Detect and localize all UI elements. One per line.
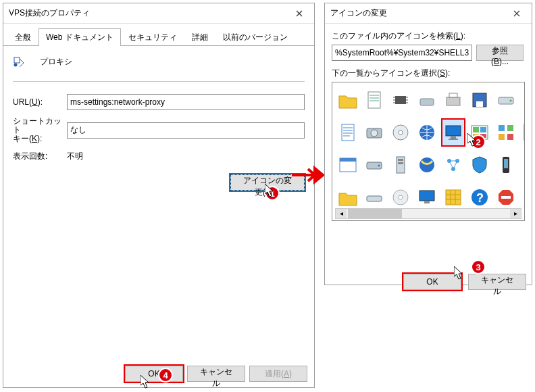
ok-button[interactable]: OK — [403, 274, 461, 290]
icon-grid[interactable]: A? — [336, 87, 520, 214]
dialog-footer: OK キャンセル 適用(A) — [125, 366, 307, 382]
change-icon-dialog: アイコンの変更 このファイル内のアイコンを検索(L): 参照(B)... 下の一… — [324, 3, 532, 285]
group-label: プロキシ — [40, 56, 72, 68]
tab-security[interactable]: セキュリティ — [121, 28, 184, 46]
svg-rect-6 — [449, 93, 457, 97]
hdd-icon[interactable] — [363, 119, 386, 146]
globe-icon[interactable] — [415, 119, 438, 146]
svg-rect-29 — [499, 134, 505, 140]
tab-strip: 全般 Web ドキュメント セキュリティ 詳細 以前のバージョン — [3, 24, 314, 46]
disc-icon[interactable] — [389, 184, 412, 211]
apply-button[interactable]: 適用(A) — [249, 366, 307, 382]
drive2-icon[interactable] — [521, 87, 525, 114]
callout-1: 1 — [265, 186, 280, 201]
svg-rect-47 — [367, 196, 382, 201]
callout-3: 3 — [471, 260, 486, 274]
svg-rect-27 — [499, 125, 505, 131]
svg-point-15 — [371, 130, 378, 137]
chip-icon[interactable] — [389, 87, 412, 114]
doc-icon[interactable] — [336, 119, 359, 146]
svg-rect-28 — [507, 125, 513, 131]
scroll-left-button[interactable]: ◂ — [336, 209, 347, 218]
dialog-footer: OK キャンセル — [325, 268, 532, 295]
cancel-button[interactable]: キャンセル — [468, 274, 526, 290]
folder2-icon[interactable] — [336, 184, 359, 211]
row-url: URL(U): — [13, 94, 305, 110]
svg-point-1 — [14, 64, 18, 67]
svg-point-10 — [510, 100, 512, 102]
close-button[interactable] — [284, 3, 314, 24]
screen-icon[interactable] — [415, 184, 438, 211]
callout-2: 2 — [471, 134, 486, 149]
row-shortcut: ショートカットキー(K): — [13, 117, 305, 144]
icon-path-input[interactable] — [332, 45, 472, 61]
svg-rect-3 — [395, 96, 406, 104]
scroll-right-button[interactable]: ▸ — [510, 209, 521, 218]
shortcut-input[interactable] — [67, 122, 305, 139]
dialog-title: VPS接続のプロパティ — [9, 7, 90, 19]
phone-icon[interactable] — [494, 151, 517, 178]
svg-rect-0 — [14, 57, 20, 63]
ok-button[interactable]: OK — [125, 366, 183, 382]
content-area: プロキシ URL(U): ショートカットキー(K): 表示回数: 不明 アイコン… — [3, 46, 314, 200]
svg-rect-31 — [524, 124, 525, 141]
svg-rect-23 — [473, 127, 479, 132]
group-header: プロキシ — [13, 55, 305, 68]
svg-rect-55 — [501, 196, 511, 199]
visits-label: 表示回数: — [13, 151, 67, 162]
svg-rect-38 — [398, 162, 403, 164]
disk-icon[interactable] — [415, 87, 438, 114]
apps-icon[interactable] — [494, 119, 517, 146]
stop-icon[interactable] — [494, 184, 517, 211]
svg-rect-21 — [449, 139, 458, 140]
titlebar: VPS接続のプロパティ — [3, 3, 314, 24]
drive-icon[interactable] — [494, 87, 517, 114]
floppy-icon[interactable] — [468, 87, 491, 114]
titlebar: アイコンの変更 — [325, 3, 532, 24]
horizontal-scrollbar[interactable]: ◂ ▸ — [335, 208, 521, 219]
printer-icon[interactable] — [442, 87, 465, 114]
url-label: URL(U): — [13, 97, 67, 107]
grid-icon[interactable] — [442, 184, 465, 211]
row-visits: 表示回数: 不明 — [13, 151, 305, 162]
monitor-icon[interactable] — [442, 119, 465, 146]
svg-rect-20 — [451, 137, 456, 139]
browse-button[interactable]: 参照(B)... — [476, 45, 524, 61]
visits-value: 不明 — [67, 151, 83, 162]
svg-rect-4 — [420, 99, 434, 105]
scroll-thumb[interactable] — [348, 209, 402, 218]
fonts-icon[interactable]: A — [521, 151, 525, 178]
svg-point-17 — [399, 130, 403, 134]
tab-details[interactable]: 詳細 — [184, 28, 215, 46]
tab-general[interactable]: 全般 — [7, 28, 39, 46]
tab-previous-versions[interactable]: 以前のバージョン — [215, 28, 295, 46]
grid-label: 下の一覧からアイコンを選択(S): — [332, 68, 525, 79]
hdd2-icon[interactable] — [363, 151, 386, 178]
cd-icon[interactable] — [389, 119, 412, 146]
content-area: このファイル内のアイコンを検索(L): 参照(B)... 下の一覧からアイコンを… — [325, 24, 532, 228]
network-icon[interactable] — [442, 151, 465, 178]
help-icon[interactable]: ? — [468, 184, 491, 211]
shield-icon[interactable] — [468, 151, 491, 178]
url-input[interactable] — [67, 94, 305, 110]
svg-rect-50 — [419, 191, 434, 201]
close-button[interactable] — [502, 3, 532, 24]
globe2-icon[interactable] — [415, 151, 438, 178]
folder-icon[interactable] — [336, 87, 359, 114]
svg-rect-2 — [368, 92, 380, 108]
svg-rect-33 — [340, 158, 356, 162]
callout-4: 4 — [158, 368, 173, 383]
shortcut-icon[interactable] — [521, 119, 525, 146]
tab-web-document[interactable]: Web ドキュメント — [39, 28, 121, 46]
cancel-button[interactable]: キャンセル — [187, 366, 245, 382]
bin-icon[interactable] — [521, 184, 525, 211]
internet-icon — [13, 55, 25, 68]
svg-rect-37 — [398, 159, 403, 161]
window-icon[interactable] — [336, 151, 359, 178]
shortcut-label: ショートカットキー(K): — [13, 117, 67, 144]
server-icon[interactable] — [389, 151, 412, 178]
svg-text:?: ? — [476, 191, 484, 205]
svg-point-35 — [378, 165, 380, 167]
drive3-icon[interactable] — [363, 184, 386, 211]
page-icon[interactable] — [363, 87, 386, 114]
